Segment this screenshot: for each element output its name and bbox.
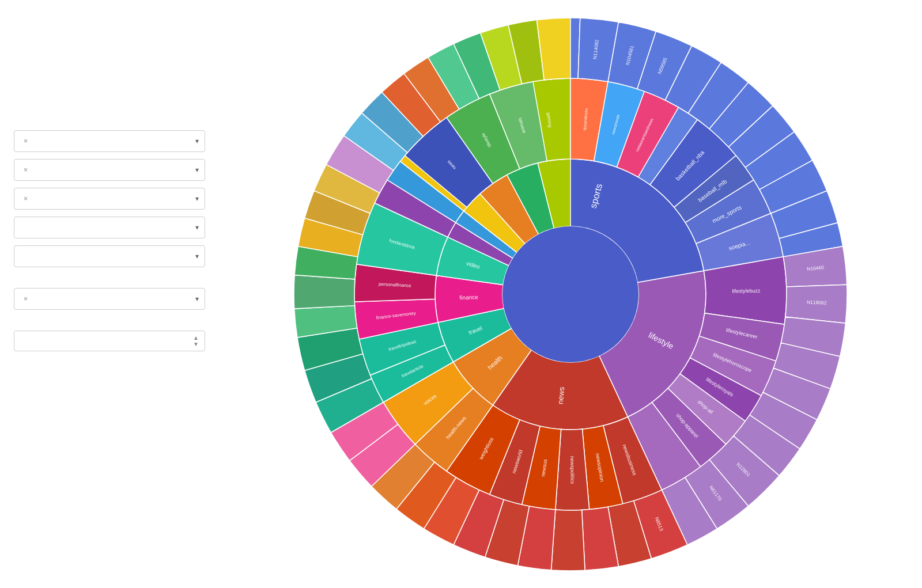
col4-select[interactable]: ▾ bbox=[14, 217, 205, 238]
sunburst-chart[interactable]: sportslifestylenewshealthtravelfinancevi… bbox=[288, 12, 853, 576]
category-clear[interactable]: × bbox=[24, 137, 28, 145]
subcategory-clear[interactable]: × bbox=[24, 166, 28, 174]
color-col-arrow: ▾ bbox=[195, 295, 199, 303]
svg-point-7 bbox=[502, 226, 638, 362]
newsid-clear[interactable]: × bbox=[24, 195, 28, 203]
subcategory-select[interactable]: × ▾ bbox=[14, 159, 205, 181]
data-length-field[interactable]: ▲ ▼ bbox=[14, 331, 205, 351]
color-col-select[interactable]: × ▾ bbox=[14, 288, 205, 310]
newsid-select[interactable]: × ▾ bbox=[14, 188, 205, 210]
subcategory-arrow: ▾ bbox=[195, 166, 199, 174]
data-length-spinner[interactable]: ▲ ▼ bbox=[193, 335, 199, 347]
chart-area: sportslifestylenewshealthtravelfinancevi… bbox=[219, 0, 922, 588]
color-col-clear[interactable]: × bbox=[24, 295, 28, 303]
svg-text:N118062: N118062 bbox=[807, 299, 827, 305]
svg-text:news: news bbox=[556, 386, 566, 404]
col5-select[interactable]: ▾ bbox=[14, 245, 205, 267]
svg-text:newspolitics: newspolitics bbox=[569, 456, 575, 484]
svg-text:lifestylebuzz: lifestylebuzz bbox=[732, 287, 761, 294]
newsid-arrow: ▾ bbox=[195, 195, 199, 203]
col4-arrow: ▾ bbox=[195, 223, 199, 232]
category-arrow: ▾ bbox=[195, 137, 199, 145]
category-select[interactable]: × ▾ bbox=[14, 130, 205, 152]
col5-arrow: ▾ bbox=[195, 252, 199, 260]
svg-text:finance: finance bbox=[459, 294, 478, 301]
sidebar: × ▾ × ▾ × ▾ ▾ ▾ × ▾ ▲ bbox=[0, 0, 219, 588]
